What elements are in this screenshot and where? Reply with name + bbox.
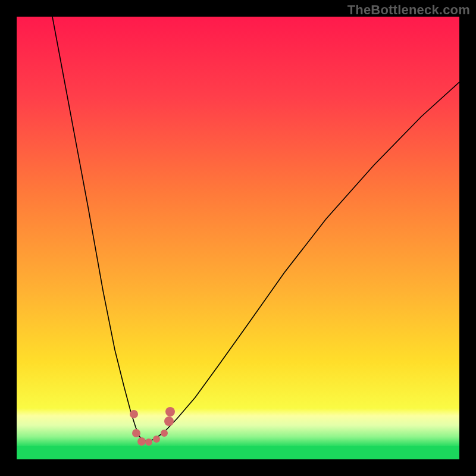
watermark-text: TheBottleneck.com	[347, 2, 470, 18]
data-dot	[161, 430, 168, 437]
data-dot	[130, 410, 138, 418]
data-dot	[153, 436, 160, 443]
data-dot	[145, 439, 152, 446]
curve-svg	[17, 17, 459, 459]
data-dot	[137, 437, 146, 446]
data-dot	[165, 407, 175, 416]
bottleneck-curve-path	[52, 17, 459, 441]
data-dot	[132, 429, 140, 437]
plot-area	[17, 17, 459, 459]
chart-stage: TheBottleneck.com	[0, 0, 476, 476]
data-dot	[164, 416, 174, 426]
